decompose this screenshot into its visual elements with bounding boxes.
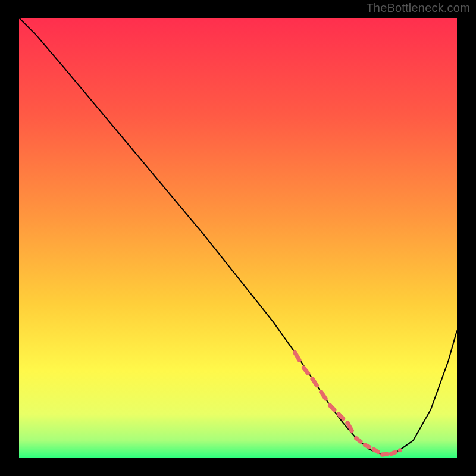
chart-frame: TheBottleneck.com — [0, 0, 476, 476]
chart-svg — [19, 18, 457, 458]
optimal-zone-dot — [398, 448, 402, 452]
optimal-zone-segment — [365, 445, 369, 447]
optimal-zone-segment — [383, 454, 387, 455]
gradient-rect — [19, 18, 457, 458]
watermark-text: TheBottleneck.com — [366, 1, 470, 15]
optimal-zone-segment — [392, 452, 396, 454]
optimal-zone-segment — [374, 449, 378, 452]
plot-area — [19, 18, 457, 458]
optimal-zone-segment — [356, 439, 361, 442]
